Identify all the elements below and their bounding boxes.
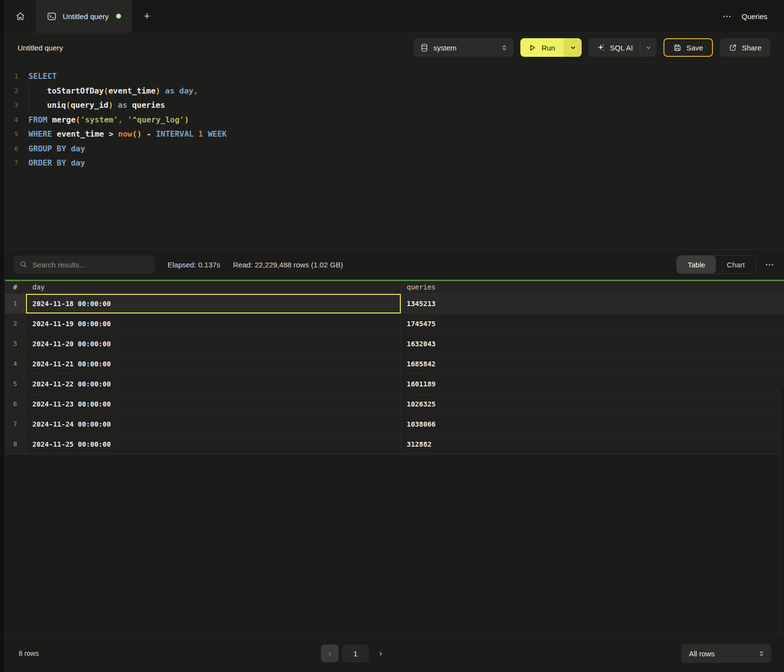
- code-token: [194, 129, 198, 139]
- queries-cell[interactable]: 1685842: [401, 354, 784, 374]
- code-token: [151, 129, 156, 139]
- code-line[interactable]: 4FROM merge('system', '^query_log'): [5, 113, 784, 127]
- line-number: 1: [5, 72, 28, 80]
- indent-guide: [28, 84, 47, 98]
- new-tab-button[interactable]: +: [132, 0, 162, 32]
- column-header-day[interactable]: day: [25, 281, 401, 293]
- code-token: WHERE: [28, 129, 52, 139]
- code-line[interactable]: 1SELECT: [5, 69, 784, 84]
- code-line[interactable]: 5WHERE event_time > now() - INTERVAL 1 W…: [5, 127, 784, 142]
- code-line[interactable]: 3uniq(query_id) as queries: [5, 98, 784, 113]
- code-token: event_time: [57, 129, 104, 139]
- page-size-select[interactable]: All rows: [681, 644, 771, 663]
- tab-chart-view[interactable]: Chart: [716, 256, 756, 273]
- code-line[interactable]: 6GROUP BY day: [5, 142, 784, 156]
- line-number: 7: [5, 159, 28, 167]
- day-cell[interactable]: 2024-11-19 00:00:00: [25, 314, 401, 334]
- code-token: [203, 129, 208, 139]
- code-token: ORDER BY: [28, 158, 66, 168]
- ellipsis-icon[interactable]: [765, 261, 774, 268]
- tabbar-right: Queries: [722, 0, 784, 32]
- day-cell[interactable]: 2024-11-25 00:00:00: [25, 434, 401, 454]
- results-footer: 8 rows ‹ 1 › All rows: [5, 634, 784, 672]
- table-row[interactable]: 82024-11-25 00:00:00312882: [5, 434, 784, 455]
- tab-table-view[interactable]: Table: [677, 256, 716, 273]
- day-cell[interactable]: 2024-11-20 00:00:00: [25, 334, 401, 354]
- table-row[interactable]: 72024-11-24 00:00:001038066: [5, 414, 784, 434]
- table-row[interactable]: 62024-11-23 00:00:001026325: [5, 394, 784, 414]
- code-token: ): [108, 100, 113, 110]
- search-results-input[interactable]: [32, 261, 149, 269]
- table-row[interactable]: 22024-11-19 00:00:001745475: [5, 314, 784, 334]
- sql-ai-options-button[interactable]: [640, 38, 657, 57]
- day-cell[interactable]: 2024-11-24 00:00:00: [25, 414, 401, 434]
- day-cell[interactable]: 2024-11-21 00:00:00: [25, 354, 401, 374]
- table-row[interactable]: 42024-11-21 00:00:001685842: [5, 354, 784, 374]
- code-token: [113, 129, 118, 139]
- code-token: [48, 115, 52, 124]
- day-cell[interactable]: 2024-11-18 00:00:00: [25, 294, 401, 313]
- collapsed-sidebar-strip[interactable]: [0, 0, 5, 672]
- previous-page-button[interactable]: ‹: [321, 645, 339, 662]
- queries-cell[interactable]: 312882: [401, 434, 784, 454]
- share-button[interactable]: Share: [720, 38, 770, 57]
- sql-editor[interactable]: 1SELECT2toStartOfDay(event_time) as day,…: [5, 63, 784, 249]
- queries-cell[interactable]: 1601189: [401, 374, 784, 394]
- code-token: [142, 129, 147, 139]
- run-options-button[interactable]: [564, 38, 582, 57]
- next-page-button[interactable]: ›: [372, 645, 389, 662]
- code-token: (: [104, 86, 109, 96]
- home-button[interactable]: [5, 0, 36, 32]
- row-index-cell: 6: [5, 394, 25, 414]
- queries-cell[interactable]: 1632043: [401, 334, 784, 354]
- queries-cell[interactable]: 1345213: [401, 294, 784, 313]
- database-icon: [420, 44, 428, 52]
- read-metric: Read: 22,229,488 rows (1.02 GB): [233, 261, 343, 269]
- code-token: '^query_log': [127, 115, 184, 124]
- save-button[interactable]: Save: [663, 38, 713, 57]
- code-token: WEEK: [208, 129, 227, 139]
- search-results-box[interactable]: [14, 256, 155, 274]
- code-token: 1: [198, 129, 203, 139]
- table-scrollbar-gutter[interactable]: [780, 388, 784, 634]
- line-number: 4: [5, 116, 28, 123]
- table-empty-area: [5, 455, 784, 635]
- code-token: [160, 86, 165, 96]
- unsaved-indicator-dot: [116, 14, 121, 19]
- code-line[interactable]: 2toStartOfDay(event_time) as day,: [5, 84, 784, 98]
- queries-cell[interactable]: 1026325: [401, 394, 784, 414]
- column-header-index[interactable]: #: [5, 281, 25, 293]
- column-header-queries[interactable]: queries: [401, 281, 784, 293]
- share-button-label: Share: [742, 44, 761, 52]
- code-token: [113, 100, 118, 110]
- pagination: ‹ 1 ›: [321, 635, 389, 672]
- code-token: FROM: [28, 115, 48, 124]
- tab-title: Untitled query: [63, 12, 109, 21]
- code-token: [66, 144, 71, 153]
- run-button[interactable]: Run: [520, 38, 564, 57]
- more-dots-icon[interactable]: [722, 13, 732, 20]
- code-token: merge: [52, 115, 75, 124]
- database-select[interactable]: system: [414, 38, 514, 57]
- code-token: day: [71, 158, 85, 168]
- code-line[interactable]: 7ORDER BY day: [5, 156, 784, 170]
- sql-ai-label: SQL AI: [610, 44, 633, 52]
- table-row[interactable]: 52024-11-22 00:00:001601189: [5, 374, 784, 394]
- line-number: 2: [5, 87, 28, 95]
- tab-untitled-query[interactable]: Untitled query: [36, 0, 132, 32]
- chevron-down-icon: [570, 45, 576, 51]
- day-cell[interactable]: 2024-11-22 00:00:00: [25, 374, 401, 394]
- line-number: 6: [5, 145, 28, 152]
- queries-link[interactable]: Queries: [741, 12, 767, 21]
- table-row[interactable]: 12024-11-18 00:00:001345213: [5, 294, 784, 314]
- code-token: day: [71, 144, 85, 153]
- day-cell[interactable]: 2024-11-23 00:00:00: [25, 394, 401, 414]
- queries-cell[interactable]: 1038066: [401, 414, 784, 434]
- table-row[interactable]: 32024-11-20 00:00:001632043: [5, 334, 784, 354]
- current-page-button[interactable]: 1: [342, 645, 369, 662]
- table-body: 12024-11-18 00:00:00134521322024-11-19 0…: [5, 294, 784, 455]
- queries-cell[interactable]: 1745475: [401, 314, 784, 334]
- sql-ai-button[interactable]: SQL AI: [588, 38, 657, 57]
- code-token: toStartOfDay: [47, 86, 104, 96]
- table-header: # day queries: [5, 281, 784, 294]
